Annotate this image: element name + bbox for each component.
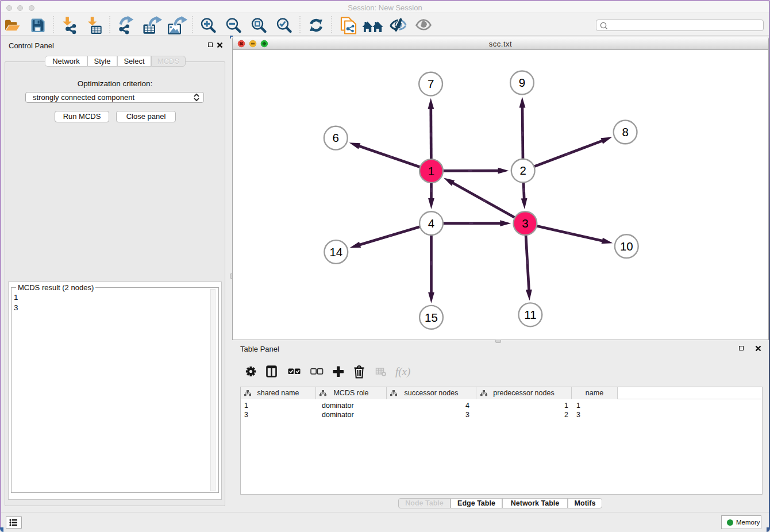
svg-text:11: 11 xyxy=(524,308,536,321)
svg-text:3: 3 xyxy=(522,217,528,230)
svg-text:8: 8 xyxy=(622,125,628,138)
svg-text:4: 4 xyxy=(428,217,434,230)
svg-text:10: 10 xyxy=(620,240,633,253)
svg-text:7: 7 xyxy=(428,77,434,90)
svg-text:2: 2 xyxy=(519,164,526,177)
svg-text:9: 9 xyxy=(519,76,525,89)
svg-text:f(x): f(x) xyxy=(395,365,410,378)
svg-text:1: 1 xyxy=(428,164,434,178)
svg-text:15: 15 xyxy=(425,311,438,324)
svg-text:6: 6 xyxy=(333,131,339,144)
svg-text:14: 14 xyxy=(329,245,342,259)
